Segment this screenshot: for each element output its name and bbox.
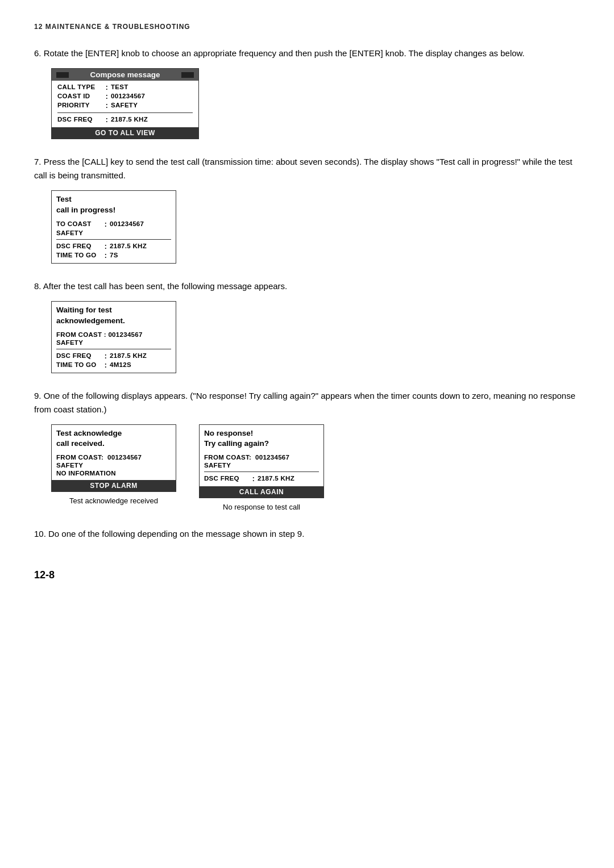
step-6-section: 6. Rotate the [ENTER] knob to choose an … bbox=[34, 47, 580, 139]
waiting-dscfreq: DSC FREQ : 2187.5 KHZ bbox=[56, 352, 171, 360]
waiting-line1: Waiting for test bbox=[56, 306, 112, 314]
timetogo-sep: : bbox=[102, 252, 110, 260]
noresponse-fromcoast-label: FROM COAST: bbox=[204, 454, 255, 461]
compose-row-dscfreq: DSC FREQ : 2187.5 KHZ bbox=[57, 116, 193, 124]
title-bar-left bbox=[56, 72, 69, 78]
noresponse-line2: Try calling again? bbox=[204, 439, 269, 448]
noresponse-dsc-sep: : bbox=[250, 475, 258, 483]
step-10-text: 10. Do one of the following depending on… bbox=[34, 527, 580, 541]
waiting-safety-label: SAFETY bbox=[56, 339, 102, 346]
left-panel-wrap: Test acknowledge call received. FROM COA… bbox=[51, 424, 176, 506]
noresponse-bigtext: No response! Try calling again? bbox=[200, 425, 323, 451]
waiting-dsc-sep: : bbox=[102, 352, 110, 360]
ack-footer: STOP ALARM bbox=[52, 480, 176, 491]
ack-fromcoast-label: FROM COAST: bbox=[56, 454, 107, 461]
fromcoast-label: FROM COAST : 001234567 bbox=[56, 331, 147, 338]
step-10-section: 10. Do one of the following depending on… bbox=[34, 527, 580, 541]
test-call-box: Test call in progress! TO COAST : 001234… bbox=[51, 190, 176, 264]
right-panel-wrap: No response! Try calling again? FROM COA… bbox=[199, 424, 324, 512]
step-9-text: 9. One of the following displays appears… bbox=[34, 389, 580, 416]
waiting-timetogo-sep: : bbox=[102, 361, 110, 369]
tocoast-value: 001234567 bbox=[110, 220, 144, 228]
noresponse-line1: No response! bbox=[204, 429, 253, 437]
compose-title: Compose message bbox=[52, 69, 198, 81]
ack-body: FROM COAST: 001234567 SAFETY NO INFORMAT… bbox=[52, 450, 176, 480]
test-call-body: TO COAST : 001234567 SAFETY DSC FREQ : 2… bbox=[52, 217, 176, 263]
ack-fromcoast-value: 001234567 bbox=[107, 454, 142, 461]
coastid-label: COAST ID bbox=[57, 93, 103, 101]
ack-box: Test acknowledge call received. FROM COA… bbox=[51, 424, 176, 493]
title-bar-right bbox=[181, 72, 194, 78]
noresponse-box: No response! Try calling again? FROM COA… bbox=[199, 424, 324, 499]
waiting-body: FROM COAST : 001234567 SAFETY DSC FREQ :… bbox=[52, 328, 176, 373]
compose-footer: GO TO ALL VIEW bbox=[52, 127, 198, 139]
test-call-dscfreq: DSC FREQ : 2187.5 KHZ bbox=[56, 243, 171, 251]
waiting-dsc-label: DSC FREQ bbox=[56, 352, 102, 360]
step-8-section: 8. After the test call has been sent, th… bbox=[34, 279, 580, 373]
tocoast-label: TO COAST bbox=[56, 220, 102, 228]
ack-noinfo-label: NO INFORMATION bbox=[56, 470, 116, 477]
compose-body: CALL TYPE : TEST COAST ID : 001234567 PR… bbox=[52, 81, 198, 127]
ack-line1: Test acknowledge bbox=[56, 429, 122, 437]
noresponse-safety-label: SAFETY bbox=[204, 462, 250, 469]
test-call-bigtext: Test call in progress! bbox=[52, 191, 176, 217]
waiting-line2: acknowledgement. bbox=[56, 316, 125, 325]
noresponse-divider bbox=[204, 471, 319, 472]
calltype-label: CALL TYPE bbox=[57, 84, 103, 91]
dsc-value: 2187.5 KHZ bbox=[110, 243, 147, 251]
calltype-sep: : bbox=[103, 84, 111, 91]
calltype-value: TEST bbox=[111, 84, 128, 91]
waiting-bigtext: Waiting for test acknowledgement. bbox=[52, 302, 176, 328]
dsc-label: DSC FREQ bbox=[56, 243, 102, 251]
ack-line2: call received. bbox=[56, 439, 105, 448]
dscfreq-value: 2187.5 KHZ bbox=[111, 116, 148, 124]
step-9-section: 9. One of the following displays appears… bbox=[34, 389, 580, 512]
noresponse-body: FROM COAST: 001234567 SAFETY DSC FREQ : … bbox=[200, 450, 323, 486]
waiting-dsc-value: 2187.5 KHZ bbox=[110, 352, 147, 360]
safety-label: SAFETY bbox=[56, 229, 102, 236]
waiting-timetogo: TIME TO GO : 4M12S bbox=[56, 361, 171, 369]
noresponse-fromcoast-value: 001234567 bbox=[255, 454, 289, 461]
panels-row: Test acknowledge call received. FROM COA… bbox=[51, 424, 580, 512]
priority-label: PRIORITY bbox=[57, 102, 103, 110]
ack-fromcoast: FROM COAST: 001234567 bbox=[56, 454, 171, 461]
tocoast-sep: : bbox=[102, 220, 110, 228]
compose-message-box: Compose message CALL TYPE : TEST COAST I… bbox=[51, 68, 199, 139]
waiting-timetogo-label: TIME TO GO bbox=[56, 361, 102, 369]
step-7-section: 7. Press the [CALL] key to send the test… bbox=[34, 155, 580, 264]
step-8-text: 8. After the test call has been sent, th… bbox=[34, 279, 580, 293]
noresponse-caption: No response to test call bbox=[199, 503, 324, 511]
ack-bigtext: Test acknowledge call received. bbox=[52, 425, 176, 451]
test-call-tocoast: TO COAST : 001234567 bbox=[56, 220, 171, 228]
ack-safety: SAFETY bbox=[56, 462, 171, 469]
coastid-sep: : bbox=[103, 93, 111, 101]
page-header: 12 MAINTENANCE & TROUBLESHOOTING bbox=[34, 23, 580, 31]
test-call-timetogo: TIME TO GO : 7S bbox=[56, 252, 171, 260]
noresponse-dscfreq: DSC FREQ : 2187.5 KHZ bbox=[204, 475, 319, 483]
timetogo-label: TIME TO GO bbox=[56, 252, 102, 260]
compose-row-coastid: COAST ID : 001234567 bbox=[57, 93, 193, 101]
step-6-text: 6. Rotate the [ENTER] knob to choose an … bbox=[34, 47, 580, 60]
compose-divider bbox=[57, 112, 193, 113]
noresponse-safety: SAFETY bbox=[204, 462, 319, 469]
test-call-divider bbox=[56, 239, 171, 240]
waiting-timetogo-value: 4M12S bbox=[110, 361, 131, 369]
ack-caption: Test acknowledge received bbox=[51, 496, 176, 505]
priority-sep: : bbox=[103, 102, 111, 110]
noresponse-fromcoast: FROM COAST: 001234567 bbox=[204, 454, 319, 461]
dscfreq-sep: : bbox=[103, 116, 111, 124]
test-call-line1: Test bbox=[56, 195, 72, 203]
compose-row-priority: PRIORITY : SAFETY bbox=[57, 102, 193, 110]
noresponse-footer: CALL AGAIN bbox=[200, 486, 323, 498]
dsc-sep: : bbox=[102, 243, 110, 251]
test-call-safety: SAFETY bbox=[56, 229, 171, 236]
compose-row-calltype: CALL TYPE : TEST bbox=[57, 84, 193, 91]
page-number: 12-8 bbox=[34, 569, 580, 581]
noresponse-dsc-value: 2187.5 KHZ bbox=[258, 475, 294, 483]
waiting-divider bbox=[56, 349, 171, 349]
waiting-safety: SAFETY bbox=[56, 339, 171, 346]
compose-title-label: Compose message bbox=[90, 70, 160, 79]
waiting-box: Waiting for test acknowledgement. FROM C… bbox=[51, 301, 176, 373]
test-call-line2: call in progress! bbox=[56, 206, 115, 214]
coastid-value: 001234567 bbox=[111, 93, 145, 101]
